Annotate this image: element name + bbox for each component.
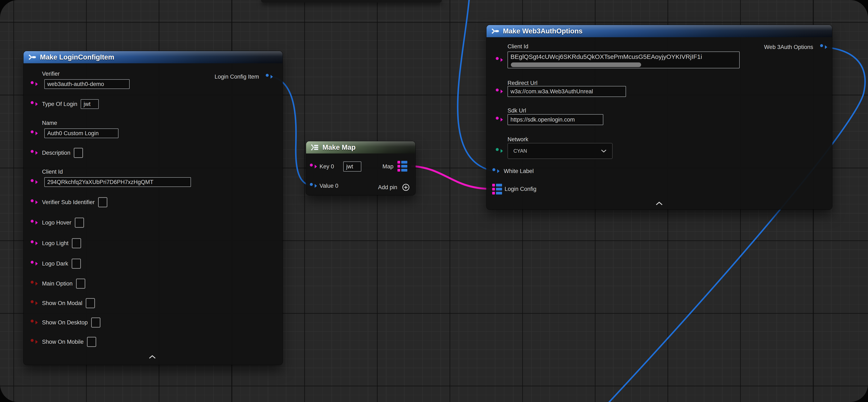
node-make-map[interactable]: Make Map Key 0 jwt Map Value 0 Add pin bbox=[306, 141, 415, 195]
pin-label-login-config: Login Config bbox=[504, 185, 536, 192]
output-pin-login-config-item[interactable] bbox=[266, 74, 269, 77]
node-title: Make LoginConfigItem bbox=[40, 53, 114, 61]
input-pin-redirect-url[interactable] bbox=[496, 88, 499, 91]
pin-label-network: Network bbox=[507, 136, 528, 143]
pin-label-name: Name bbox=[42, 120, 57, 126]
verifier-field[interactable]: web3auth-auth0-demo bbox=[44, 79, 130, 89]
make-struct-icon bbox=[491, 27, 500, 35]
add-pin-label: Add pin bbox=[378, 184, 397, 191]
client-id-field[interactable]: 294QRkchfq2YaXUbPri7D6PH7xzHgQMT bbox=[44, 177, 191, 187]
pin-label-white-label: White Label bbox=[504, 168, 534, 174]
output-pin-map[interactable] bbox=[398, 161, 407, 172]
collapse-node-button[interactable] bbox=[149, 355, 156, 359]
output-pin-web3auth-options[interactable] bbox=[820, 44, 823, 47]
show-on-modal-checkbox[interactable] bbox=[86, 298, 95, 308]
pin-label-logo-dark: Logo Dark bbox=[42, 260, 68, 267]
key0-field[interactable]: jwt bbox=[343, 162, 361, 172]
input-pin-key0[interactable] bbox=[310, 164, 313, 167]
client-id-value: 294QRkchfq2YaXUbPri7D6PH7xzHgQMT bbox=[47, 179, 153, 185]
input-pin-client-id[interactable] bbox=[496, 57, 499, 60]
input-pin-show-on-modal[interactable] bbox=[31, 300, 34, 303]
make-struct-icon bbox=[28, 53, 36, 62]
type-of-login-value: jwt bbox=[84, 101, 91, 108]
chevron-down-icon bbox=[601, 149, 607, 153]
input-pin-name[interactable] bbox=[31, 131, 34, 133]
node-make-loginconfigitem[interactable]: Make LoginConfigItem Login Config Item V… bbox=[24, 51, 283, 365]
sdk-url-field[interactable]: https://sdk.openlogin.com bbox=[507, 114, 603, 125]
redirect-url-field[interactable]: w3a://com.w3a.Web3AuthUnreal bbox=[507, 86, 626, 97]
pin-label-verifier-sub-identifier: Verifier Sub Identifier bbox=[42, 199, 95, 206]
key0-value: jwt bbox=[346, 163, 353, 170]
pin-label-key0: Key 0 bbox=[319, 163, 334, 170]
show-on-desktop-checkbox[interactable] bbox=[91, 317, 100, 327]
pin-label-logo-hover: Logo Hover bbox=[42, 219, 71, 226]
pin-label-login-config-item: Login Config Item bbox=[215, 74, 259, 80]
pin-label-redirect-url: Redirect Url bbox=[507, 80, 537, 86]
collapse-node-button[interactable] bbox=[655, 201, 663, 206]
main-option-checkbox[interactable] bbox=[76, 279, 85, 289]
node-header[interactable]: Make Web3AuthOptions bbox=[487, 25, 832, 37]
input-pin-show-on-mobile[interactable] bbox=[31, 339, 34, 342]
input-pin-sdk-url[interactable] bbox=[496, 117, 499, 120]
client-id-field[interactable]: BEglQSgt4cUWcj6SKRdu5QkOXTsePmMcusG5EAoy… bbox=[507, 52, 740, 68]
add-pin-button[interactable] bbox=[402, 183, 410, 191]
pin-label-map: Map bbox=[382, 163, 394, 170]
pin-label-show-on-desktop: Show On Desktop bbox=[42, 319, 88, 326]
client-id-hscrollbar[interactable] bbox=[511, 62, 641, 67]
input-pin-white-label[interactable] bbox=[492, 168, 495, 171]
node-header[interactable]: Make LoginConfigItem bbox=[24, 51, 283, 63]
wire-map-to-loginconfig bbox=[411, 166, 493, 189]
blueprint-editor: Make LoginConfigItem Login Config Item V… bbox=[0, 0, 868, 402]
input-pin-logo-light[interactable] bbox=[31, 240, 34, 243]
pin-label-show-on-mobile: Show On Mobile bbox=[42, 339, 84, 345]
pin-label-web3auth-options: Web 3Auth Options bbox=[764, 44, 813, 51]
graph-canvas[interactable]: Make LoginConfigItem Login Config Item V… bbox=[0, 0, 868, 402]
name-value: Auth0 Custom Login bbox=[47, 130, 99, 137]
redirect-url-value: w3a://com.w3a.Web3AuthUnreal bbox=[510, 88, 593, 95]
network-selected-value: CYAN bbox=[514, 148, 527, 154]
logo-hover-textbox[interactable] bbox=[75, 218, 84, 228]
verifier-value: web3auth-auth0-demo bbox=[47, 81, 104, 87]
offscreen-node-edge[interactable] bbox=[261, 0, 442, 2]
node-title: Make Map bbox=[322, 143, 355, 151]
pin-label-client-id: Client Id bbox=[507, 43, 528, 50]
input-pin-verifier[interactable] bbox=[31, 81, 34, 84]
pin-label-verifier: Verifier bbox=[42, 70, 60, 77]
pin-label-main-option: Main Option bbox=[42, 280, 73, 287]
input-pin-login-config[interactable] bbox=[492, 184, 502, 195]
pin-label-sdk-url: Sdk Url bbox=[507, 107, 526, 114]
verifier-sub-identifier-textbox[interactable] bbox=[98, 197, 107, 207]
input-pin-value0[interactable] bbox=[310, 183, 313, 186]
node-make-web3authoptions[interactable]: Make Web3AuthOptions Web 3Auth Options C… bbox=[487, 25, 832, 209]
input-pin-verifier-sub-identifier[interactable] bbox=[31, 199, 34, 202]
pin-label-type-of-login: Type Of Login bbox=[42, 101, 77, 108]
input-pin-main-option[interactable] bbox=[31, 281, 34, 284]
input-pin-show-on-desktop[interactable] bbox=[31, 320, 34, 322]
show-on-mobile-checkbox[interactable] bbox=[87, 337, 96, 347]
pin-label-client-id: Client Id bbox=[42, 168, 63, 175]
input-pin-client-id[interactable] bbox=[31, 179, 34, 182]
pin-label-show-on-modal: Show On Modal bbox=[42, 300, 82, 307]
input-pin-logo-hover[interactable] bbox=[31, 220, 34, 223]
node-header[interactable]: Make Map bbox=[306, 141, 415, 153]
input-pin-logo-dark[interactable] bbox=[31, 261, 34, 264]
logo-light-textbox[interactable] bbox=[72, 238, 81, 248]
pin-label-logo-light: Logo Light bbox=[42, 240, 68, 247]
pin-label-description: Description bbox=[42, 149, 70, 156]
input-pin-network[interactable] bbox=[496, 148, 499, 151]
input-pin-type-of-login[interactable] bbox=[31, 101, 34, 104]
sdk-url-value: https://sdk.openlogin.com bbox=[510, 116, 575, 123]
node-title: Make Web3AuthOptions bbox=[503, 27, 583, 35]
network-dropdown[interactable]: CYAN bbox=[507, 143, 613, 159]
client-id-value: BEglQSgt4cUWcj6SKRdu5QkOXTsePmMcusG5EAoy… bbox=[510, 53, 702, 60]
logo-dark-textbox[interactable] bbox=[72, 259, 81, 269]
input-pin-description[interactable] bbox=[31, 150, 34, 153]
make-map-icon bbox=[310, 143, 319, 152]
description-textbox[interactable] bbox=[74, 148, 83, 158]
name-field[interactable]: Auth0 Custom Login bbox=[44, 128, 119, 138]
type-of-login-field[interactable]: jwt bbox=[81, 99, 99, 109]
pin-label-value0: Value 0 bbox=[319, 182, 338, 189]
